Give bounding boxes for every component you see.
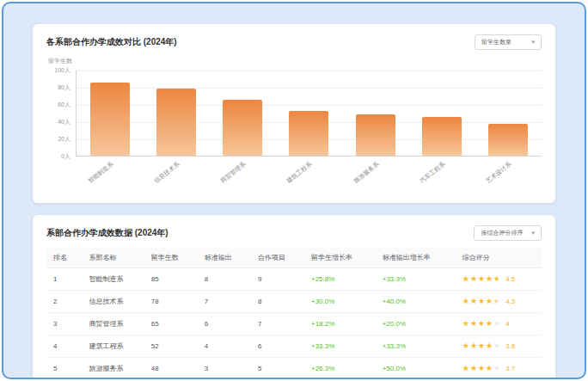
- output-cell: 7: [198, 291, 251, 313]
- bar-slot: 智能制造系: [77, 71, 143, 156]
- output-growth-cell: +40.0%: [376, 291, 456, 313]
- chart-metric-select[interactable]: 留学生数量 ▾: [475, 34, 542, 50]
- column-header: 合作项目: [251, 248, 304, 268]
- output-cell: 4: [198, 335, 251, 358]
- output-growth-cell: +20.0%: [376, 313, 456, 335]
- column-header: 留学生数: [144, 248, 198, 268]
- star-rating-icon: ★★★★★★★★★★: [462, 298, 501, 305]
- column-header: 综合评分: [456, 248, 542, 268]
- projects-cell: 8: [251, 291, 304, 313]
- chevron-down-icon: ▾: [531, 230, 535, 237]
- students-cell: 78: [144, 291, 198, 313]
- department-cell: 信息技术系: [82, 291, 144, 313]
- students-growth-cell: +18.2%: [304, 313, 376, 335]
- rank-cell: 3: [46, 313, 82, 335]
- table-card: 系部合作办学成效数据 (2024年) 按综合评分排序 ▾ 排名系部名称留学生数标…: [33, 215, 555, 379]
- chart-title: 各系部合作办学成效对比 (2024年): [46, 36, 177, 48]
- bar: [90, 83, 130, 156]
- bar: [422, 117, 462, 156]
- y-tick-label: 100人: [54, 66, 70, 75]
- bar-slot: 艺术设计系: [475, 71, 542, 156]
- chevron-down-icon: ▾: [531, 39, 535, 46]
- score-value: 3.7: [505, 365, 515, 372]
- students-cell: 85: [144, 268, 198, 291]
- column-header: 排名: [46, 248, 82, 268]
- table-card-header: 系部合作办学成效数据 (2024年) 按综合评分排序 ▾: [46, 225, 542, 241]
- output-cell: 3: [198, 358, 251, 380]
- bar: [356, 114, 395, 156]
- y-tick-label: 20人: [58, 135, 70, 144]
- projects-cell: 5: [251, 358, 304, 380]
- plot-area: 智能制造系信息技术系商贸管理系建筑工程系旅游服务系汽车工程系艺术设计系: [76, 71, 542, 157]
- star-rating-icon: ★★★★★★★★★★: [462, 342, 501, 350]
- score-cell: ★★★★★★★★★★4: [456, 313, 542, 335]
- y-axis-title: 留学生数: [48, 57, 542, 65]
- bar: [223, 100, 262, 156]
- bar: [488, 124, 528, 156]
- bar-slot: 汽车工程系: [408, 71, 475, 156]
- students-cell: 65: [144, 313, 198, 335]
- rank-cell: 2: [46, 291, 82, 313]
- department-cell: 建筑工程系: [82, 335, 144, 358]
- bar: [156, 89, 196, 156]
- table-title: 系部合作办学成效数据 (2024年): [46, 227, 168, 239]
- bar-slot: 建筑工程系: [276, 71, 342, 156]
- output-growth-cell: +33.3%: [376, 268, 456, 291]
- output-cell: 6: [198, 313, 251, 335]
- projects-cell: 9: [251, 268, 304, 291]
- bar-slot: 商贸管理系: [210, 71, 276, 156]
- score-value: 4.3: [505, 298, 515, 305]
- score-cell: ★★★★★★★★★★3.7: [456, 358, 542, 380]
- projects-cell: 7: [251, 313, 304, 335]
- star-rating-icon: ★★★★★★★★★★: [462, 365, 501, 372]
- output-cell: 8: [198, 268, 251, 291]
- plot-row: 100人80人60人40人20人0人 智能制造系信息技术系商贸管理系建筑工程系旅…: [46, 71, 542, 157]
- projects-cell: 6: [251, 335, 304, 358]
- column-header: 标准输出增长率: [376, 248, 456, 268]
- rank-cell: 4: [46, 335, 82, 358]
- students-growth-cell: +25.8%: [304, 268, 376, 291]
- table-head: 排名系部名称留学生数标准输出合作项目留学生增长率标准输出增长率综合评分: [46, 248, 542, 268]
- chart-card-header: 各系部合作办学成效对比 (2024年) 留学生数量 ▾: [46, 34, 542, 50]
- table-row: 4建筑工程系5246+33.3%+33.3%★★★★★★★★★★3.8: [46, 335, 542, 358]
- dashboard-page: 各系部合作办学成效对比 (2024年) 留学生数量 ▾ 留学生数 100人80人…: [2, 2, 586, 379]
- column-header: 标准输出: [198, 248, 251, 268]
- column-header: 系部名称: [82, 248, 144, 268]
- chart-card: 各系部合作办学成效对比 (2024年) 留学生数量 ▾ 留学生数 100人80人…: [33, 24, 555, 203]
- bars: 智能制造系信息技术系商贸管理系建筑工程系旅游服务系汽车工程系艺术设计系: [77, 71, 542, 156]
- bar: [289, 111, 328, 156]
- department-cell: 商贸管理系: [82, 313, 144, 335]
- score-cell: ★★★★★★★★★★3.8: [456, 335, 542, 358]
- department-cell: 旅游服务系: [82, 358, 144, 380]
- department-cell: 智能制造系: [82, 268, 144, 291]
- students-growth-cell: +30.0%: [304, 291, 376, 313]
- students-growth-cell: +33.3%: [304, 335, 376, 358]
- y-tick-label: 60人: [58, 101, 70, 109]
- header-row: 排名系部名称留学生数标准输出合作项目留学生增长率标准输出增长率综合评分: [46, 248, 542, 268]
- score-value: 3.8: [505, 342, 515, 350]
- chart-metric-select-value: 留学生数量: [481, 38, 511, 46]
- star-rating-icon: ★★★★★★★★★★: [462, 320, 501, 328]
- table-body: 1智能制造系8589+25.8%+33.3%★★★★★★★★★★4.52信息技术…: [46, 268, 542, 380]
- y-axis-ticks: 100人80人60人40人20人0人: [46, 71, 76, 157]
- table-sort-select-value: 按综合评分排序: [481, 229, 523, 237]
- bar-slot: 信息技术系: [143, 71, 209, 156]
- output-growth-cell: +50.0%: [376, 358, 456, 380]
- rank-cell: 5: [46, 358, 82, 380]
- y-tick-label: 0人: [61, 152, 70, 161]
- rank-cell: 1: [46, 268, 82, 291]
- students-cell: 48: [144, 358, 198, 380]
- table-row: 3商贸管理系6567+18.2%+20.0%★★★★★★★★★★4: [46, 313, 542, 335]
- students-cell: 52: [144, 335, 198, 358]
- star-rating-icon: ★★★★★★★★★★: [462, 275, 501, 283]
- students-growth-cell: +26.3%: [304, 358, 376, 380]
- y-tick-label: 40人: [58, 118, 70, 126]
- table-sort-select[interactable]: 按综合评分排序 ▾: [474, 225, 542, 241]
- table-row: 2信息技术系7878+30.0%+40.0%★★★★★★★★★★4.3: [46, 291, 542, 313]
- score-value: 4: [505, 320, 509, 328]
- bar-chart: 留学生数 100人80人60人40人20人0人 智能制造系信息技术系商贸管理系建…: [46, 57, 542, 193]
- table-row: 1智能制造系8589+25.8%+33.3%★★★★★★★★★★4.5: [46, 268, 542, 291]
- column-header: 留学生增长率: [304, 248, 376, 268]
- score-cell: ★★★★★★★★★★4.5: [456, 268, 542, 291]
- y-tick-label: 80人: [58, 83, 70, 92]
